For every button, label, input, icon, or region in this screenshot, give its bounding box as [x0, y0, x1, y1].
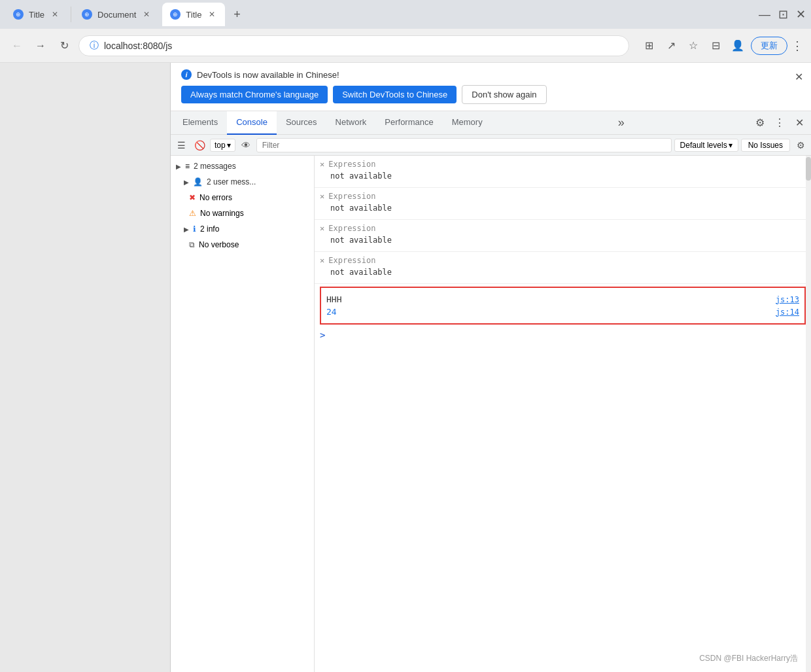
expression-label-4: Expression: [328, 256, 375, 265]
expression-close-1[interactable]: ✕: [320, 160, 324, 169]
console-settings-icon[interactable]: ⚙: [793, 137, 808, 153]
window-controls: — ⊡ ✕: [759, 7, 806, 22]
page-area: [0, 63, 170, 672]
tab-2-title: Document: [97, 10, 136, 20]
tab-console-label: Console: [236, 117, 267, 127]
restore-button[interactable]: ⊡: [778, 7, 788, 22]
context-chevron-icon: ▾: [227, 141, 231, 150]
bookmark-icon[interactable]: ☆: [684, 37, 702, 55]
notification-close-icon[interactable]: ✕: [795, 71, 803, 83]
expression-close-2[interactable]: ✕: [320, 192, 324, 201]
warning-icon: ⚠: [189, 209, 196, 218]
expression-label-2: Expression: [328, 192, 375, 201]
toolbar-icons: ⊞ ↗ ☆ ⊟ 👤 更新 ⋮: [640, 37, 803, 55]
tab-1[interactable]: ⊕ Title ✕: [5, 3, 68, 26]
sidebar-item-no-verbose[interactable]: ⧉ No verbose: [171, 237, 314, 253]
default-levels-selector[interactable]: Default levels ▾: [674, 139, 738, 152]
switch-devtools-button[interactable]: Switch DevTools to Chinese: [333, 86, 457, 103]
scrollbar-track[interactable]: [806, 156, 811, 672]
notification-info-icon: i: [181, 69, 192, 80]
expression-value-3: not available: [315, 234, 811, 249]
new-tab-button[interactable]: +: [228, 5, 246, 24]
dont-show-button[interactable]: Don't show again: [462, 85, 546, 104]
notification-actions: Always match Chrome's language Switch De…: [181, 85, 801, 104]
minimize-button[interactable]: —: [759, 8, 770, 22]
devtools-close-icon[interactable]: ✕: [790, 114, 808, 132]
expression-close-4[interactable]: ✕: [320, 256, 324, 265]
tab-console[interactable]: Console: [227, 111, 277, 135]
expression-close-3[interactable]: ✕: [320, 224, 324, 233]
devtools-tabs: Elements Console Sources Network Perform…: [171, 111, 811, 135]
console-prompt-row[interactable]: >: [315, 327, 811, 343]
error-icon: ✖: [189, 193, 196, 202]
tab-network[interactable]: Network: [326, 111, 376, 135]
no-errors-label: No errors: [199, 193, 232, 202]
share-icon[interactable]: ↗: [662, 37, 680, 55]
info-icon: ℹ: [193, 224, 196, 234]
title-bar: ⊕ Title ✕ ⊕ Document ✕ ⊕ Title ✕ + — ⊡ ✕: [0, 0, 811, 29]
output-hhh: HHH: [326, 294, 341, 304]
tab-3-title: Title: [186, 10, 201, 20]
messages-expand-icon: ▶: [176, 163, 181, 170]
expression-label-3: Expression: [328, 224, 375, 233]
always-match-button[interactable]: Always match Chrome's language: [181, 86, 328, 103]
split-icon[interactable]: ⊟: [706, 37, 725, 55]
messages-list-icon: ≡: [185, 162, 190, 171]
tab-sources-label: Sources: [286, 117, 317, 127]
menu-icon[interactable]: ⋮: [791, 39, 803, 53]
tab-3-close[interactable]: ✕: [207, 9, 217, 20]
sidebar-item-user-messages[interactable]: ▶ 👤 2 user mess...: [171, 174, 314, 190]
messages-count: 2 messages: [194, 162, 236, 171]
update-button[interactable]: 更新: [751, 37, 787, 55]
sidebar-item-no-errors[interactable]: ✖ No errors: [171, 190, 314, 205]
sidebar-item-info[interactable]: ▶ ℹ 2 info: [171, 221, 314, 237]
output-link-2[interactable]: js:14: [776, 308, 799, 317]
tab-2-close[interactable]: ✕: [141, 9, 152, 20]
tab-2[interactable]: ⊕ Document ✕: [74, 3, 160, 26]
back-button[interactable]: ←: [8, 37, 26, 55]
default-levels-chevron-icon: ▾: [729, 141, 733, 150]
scrollbar-thumb[interactable]: [806, 157, 811, 181]
user-icon: 👤: [193, 177, 203, 186]
console-body: ▶ ≡ 2 messages ▶ 👤 2 user mess... ✖ No e…: [171, 156, 811, 672]
tab-elements[interactable]: Elements: [173, 111, 227, 135]
expression-value-1: not available: [315, 170, 811, 185]
reload-button[interactable]: ↻: [55, 37, 73, 55]
address-bar: ← → ↻ ⓘ localhost:8080/js ⊞ ↗ ☆ ⊟ 👤 更新 ⋮: [0, 29, 811, 63]
sidebar-toggle-icon[interactable]: ☰: [173, 137, 189, 153]
no-issues-button[interactable]: No Issues: [741, 139, 790, 152]
tab-1-close[interactable]: ✕: [50, 9, 60, 20]
output-24: 24: [326, 307, 337, 317]
sidebar-item-no-warnings[interactable]: ⚠ No warnings: [171, 205, 314, 221]
eye-icon[interactable]: 👁: [238, 137, 254, 153]
tab-performance[interactable]: Performance: [375, 111, 442, 135]
expression-value-2: not available: [315, 202, 811, 217]
tab-more-button[interactable]: »: [613, 116, 630, 130]
output-box: HHH js:13 24 js:14: [320, 287, 806, 325]
tab-memory-label: Memory: [452, 117, 483, 127]
profile-icon[interactable]: 👤: [729, 37, 747, 55]
devtools-settings-icon[interactable]: ⚙: [751, 114, 769, 132]
info-label: 2 info: [200, 224, 219, 234]
expression-value-4: not available: [315, 266, 811, 281]
tab-elements-label: Elements: [182, 117, 218, 127]
devtools-more-icon[interactable]: ⋮: [770, 114, 789, 132]
tab-memory[interactable]: Memory: [443, 111, 492, 135]
expression-header-3: ✕ Expression: [315, 222, 811, 234]
clear-console-icon[interactable]: 🚫: [192, 137, 207, 153]
default-levels-label: Default levels: [680, 141, 727, 150]
expression-block-1: ✕ Expression not available: [315, 156, 811, 188]
user-messages-expand-icon: ▶: [184, 179, 189, 186]
forward-button[interactable]: →: [31, 37, 50, 55]
sidebar-item-messages[interactable]: ▶ ≡ 2 messages: [171, 158, 314, 174]
tab-sources[interactable]: Sources: [277, 111, 326, 135]
output-link-1[interactable]: js:13: [776, 295, 799, 304]
notification-title: i DevTools is now available in Chinese!: [181, 69, 801, 80]
close-button[interactable]: ✕: [796, 7, 806, 22]
context-selector[interactable]: top ▾: [210, 139, 235, 152]
filter-input[interactable]: [256, 138, 672, 152]
tab-performance-label: Performance: [385, 117, 433, 127]
tab-3[interactable]: ⊕ Title ✕: [162, 3, 225, 26]
translate-icon[interactable]: ⊞: [640, 37, 658, 55]
address-input[interactable]: ⓘ localhost:8080/js: [78, 35, 629, 56]
